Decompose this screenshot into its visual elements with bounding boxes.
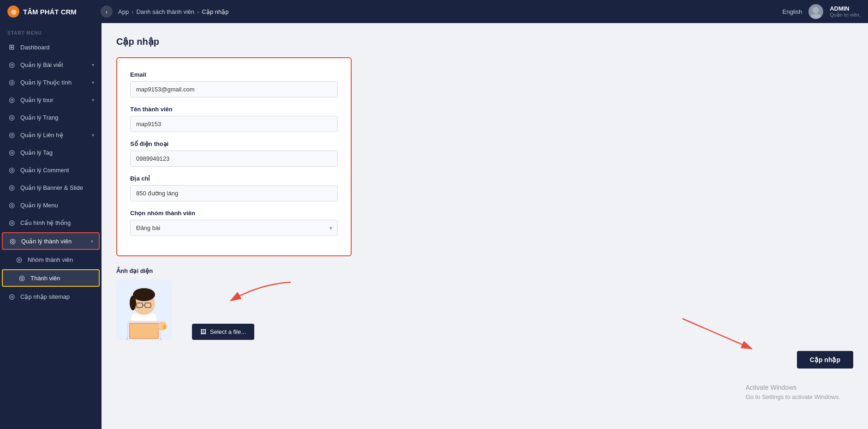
quan-ly-thanh-vien-icon: ◎ (8, 237, 17, 245)
admin-name: ADMIN (830, 5, 850, 12)
thuoc-tinh-icon: ◎ (7, 78, 16, 86)
sidebar-banner-label: Quản lý Banner & Slide (20, 184, 94, 191)
phone-label: Số điện thoại (130, 140, 338, 147)
sidebar-item-cau-hinh[interactable]: ◎ Cấu hình hệ thống (0, 214, 102, 231)
avatar (808, 4, 823, 19)
sidebar-item-tag[interactable]: ◎ Quản lý Tag (0, 144, 102, 161)
email-label: Email (130, 71, 338, 78)
main-content: Cập nhập Email Tên thành viên Số điện th… (102, 23, 868, 429)
cau-hinh-icon: ◎ (7, 218, 16, 227)
form-group-email: Email (130, 71, 338, 97)
sidebar-thuoc-tinh-label: Quản lý Thuộc tính (20, 79, 87, 86)
breadcrumb-sep-2: › (197, 8, 199, 15)
tour-icon: ◎ (7, 96, 16, 104)
avatar-label: Ảnh đại diện (116, 267, 853, 274)
address-label: Địa chỉ (130, 175, 338, 182)
svg-text:👍: 👍 (161, 323, 167, 329)
sidebar-quan-ly-thanh-vien-label: Quản lý thành viên (21, 238, 86, 245)
address-input[interactable] (130, 185, 338, 201)
svg-point-0 (813, 7, 819, 13)
svg-point-7 (130, 296, 136, 310)
submit-area: Cập nhập (116, 351, 853, 369)
avatar-row: 👍 🖼 Select a file. (116, 280, 853, 340)
breadcrumb-sep-1: › (132, 8, 133, 15)
sidebar-item-bai-viet[interactable]: ◎ Quản lý Bài viết ▾ (0, 56, 102, 73)
trang-icon: ◎ (7, 113, 16, 121)
sidebar-item-thuoc-tinh[interactable]: ◎ Quản lý Thuộc tính ▾ (0, 73, 102, 91)
sidebar-item-comment[interactable]: ◎ Quản lý Comment (0, 161, 102, 179)
phone-input[interactable] (130, 151, 338, 167)
thuoc-tinh-chevron: ▾ (92, 80, 94, 85)
form-group-address: Địa chỉ (130, 175, 338, 201)
form-group-ten: Tên thành viên (130, 106, 338, 132)
sidebar-thanh-vien-label: Thành viên (30, 275, 93, 282)
sidebar-bai-viet-label: Quản lý Bài viết (20, 61, 87, 68)
topnav: ◎ TÂM PHÁT CRM ‹ App › Danh sách thành v… (0, 0, 868, 23)
layout: START MENU ⊞ Dashboard ◎ Quản lý Bài viế… (0, 23, 868, 429)
thanh-vien-icon: ◎ (18, 274, 26, 282)
group-select[interactable]: Đăng bài (130, 220, 338, 236)
page-title: Cập nhập (116, 36, 853, 47)
app-name: TÂM PHÁT CRM (23, 8, 77, 16)
sidebar-dashboard-label: Dashboard (20, 44, 94, 51)
back-button[interactable]: ‹ (101, 6, 113, 18)
logo-icon: ◎ (7, 6, 19, 18)
submit-label: Cập nhập (810, 356, 840, 363)
svg-rect-13 (130, 324, 158, 338)
sidebar-comment-label: Quản lý Comment (20, 167, 94, 174)
tag-icon: ◎ (7, 148, 16, 157)
ten-input[interactable] (130, 116, 338, 132)
sidebar-item-nhom-thanh-vien[interactable]: ◎ Nhóm thành viên (0, 251, 102, 268)
user-info: ADMIN Quản trị viên, (830, 5, 861, 18)
sidebar: START MENU ⊞ Dashboard ◎ Quản lý Bài viế… (0, 23, 102, 429)
arrow-annotation-1 (175, 280, 305, 312)
breadcrumb-current: Cập nhập (202, 8, 229, 15)
sidebar-item-lien-he[interactable]: ◎ Quản lý Liên hệ ▾ (0, 126, 102, 144)
group-label: Chọn nhóm thành viên (130, 210, 338, 217)
sidebar-lien-he-label: Quản lý Liên hệ (20, 132, 87, 139)
nhom-thanh-vien-icon: ◎ (15, 255, 23, 264)
sidebar-item-sitemap[interactable]: ◎ Cập nhập sitemap (0, 288, 102, 305)
group-select-wrapper: Đăng bài ▾ (130, 220, 338, 236)
admin-role: Quản trị viên, (830, 12, 861, 18)
svg-point-1 (810, 14, 821, 19)
form-group-phone: Số điện thoại (130, 140, 338, 167)
upload-icon: 🖼 (200, 328, 206, 335)
sidebar-trang-label: Quản lý Trang (20, 114, 94, 121)
sidebar-item-trang[interactable]: ◎ Quản lý Trang (0, 109, 102, 126)
sidebar-menu-label: Quản lý Menu (20, 202, 94, 209)
sidebar-item-thanh-vien[interactable]: ◎ Thành viên (2, 269, 100, 287)
sidebar-item-dashboard[interactable]: ⊞ Dashboard (0, 38, 102, 56)
sidebar-tag-label: Quản lý Tag (20, 149, 94, 156)
sidebar-cau-hinh-label: Cấu hình hệ thống (20, 219, 94, 226)
avatar-image: 👍 (116, 280, 172, 340)
sidebar-item-banner[interactable]: ◎ Quản lý Banner & Slide (0, 179, 102, 196)
menu-icon: ◎ (7, 201, 16, 209)
breadcrumb: App › Danh sách thành viên › Cập nhập (118, 8, 777, 15)
email-input[interactable] (130, 81, 338, 97)
sitemap-icon: ◎ (7, 292, 16, 301)
breadcrumb-app[interactable]: App (118, 8, 129, 15)
form-card: Email Tên thành viên Số điện thoại Địa c… (116, 57, 352, 256)
sidebar-tour-label: Quản lý tour (20, 97, 87, 103)
breadcrumb-danh-sach[interactable]: Danh sách thành viên (136, 8, 194, 15)
sidebar-item-tour[interactable]: ◎ Quản lý tour ▾ (0, 91, 102, 109)
quan-ly-thanh-vien-chevron: ▾ (91, 239, 93, 244)
sidebar-item-quan-ly-thanh-vien[interactable]: ◎ Quản lý thành viên ▾ (2, 232, 100, 250)
sidebar-nhom-thanh-vien-label: Nhóm thành viên (28, 256, 94, 263)
banner-icon: ◎ (7, 183, 16, 192)
dashboard-icon: ⊞ (7, 43, 16, 51)
sidebar-item-menu[interactable]: ◎ Quản lý Menu (0, 196, 102, 214)
comment-icon: ◎ (7, 166, 16, 174)
topnav-right: English ADMIN Quản trị viên, (783, 4, 861, 19)
select-file-button[interactable]: 🖼 Select a file... (192, 324, 254, 340)
select-file-label: Select a file... (210, 328, 246, 335)
lien-he-chevron: ▾ (92, 133, 94, 138)
svg-point-6 (133, 288, 155, 301)
language-selector[interactable]: English (783, 8, 802, 15)
form-group-group: Chọn nhóm thành viên Đăng bài ▾ (130, 210, 338, 236)
tour-chevron: ▾ (92, 97, 94, 103)
submit-button[interactable]: Cập nhập (797, 351, 853, 369)
bai-viet-icon: ◎ (7, 60, 16, 69)
bai-viet-chevron: ▾ (92, 62, 94, 67)
